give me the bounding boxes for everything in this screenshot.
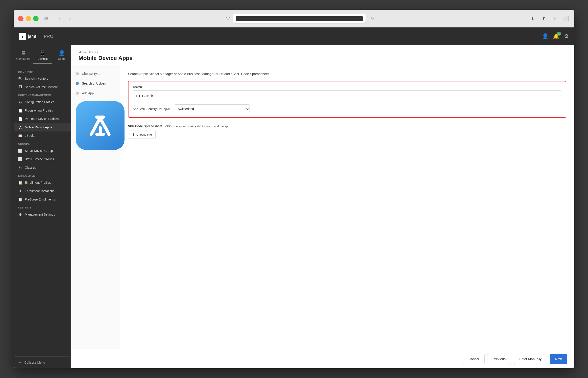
svg-rect-1 [46, 17, 48, 18]
provisioning-profiles-icon: 📄 [18, 108, 23, 113]
sidebar-item-static-groups[interactable]: ⬜ Static Device Groups [14, 155, 71, 163]
inventory-section-label: INVENTORY [14, 68, 71, 74]
traffic-lights [18, 16, 39, 21]
step-dot-3 [76, 92, 79, 95]
config-profiles-label: Configuration Profiles [25, 100, 55, 104]
enrollment-profiles-label: Enrollment Profiles [25, 181, 51, 184]
share-button[interactable]: ⬆ [540, 15, 548, 23]
enrollment-invitations-label: Enrollment Invitations [25, 189, 55, 193]
step-3-label: Add App [82, 91, 94, 95]
sidebar-item-management-settings[interactable]: ⚙ Management Settings [14, 210, 71, 219]
app-store-icon [87, 112, 114, 139]
sidebar-item-config-profiles[interactable]: ⚙ Configuration Profiles [14, 98, 71, 106]
wizard-step-choose-type: Choose Type [76, 72, 115, 75]
jamf-logo-icon: j [19, 33, 26, 40]
maximize-button[interactable] [33, 16, 39, 21]
search-inventory-icon: 🔍 [18, 76, 23, 81]
download-button[interactable]: ⬇ [529, 15, 537, 23]
sidebar-item-classes[interactable]: 🎓 Classes [14, 163, 71, 172]
brand-name: jamf [28, 34, 36, 39]
cancel-button[interactable]: Cancel [463, 354, 485, 364]
sidebar-item-ebooks[interactable]: 📖 eBooks [14, 132, 71, 140]
nav-devices[interactable]: 📱 Devices [33, 47, 52, 64]
computers-label: Computers [16, 57, 30, 60]
wizard-step-add-app: Add App [76, 91, 115, 95]
sidebar-item-mobile-apps[interactable]: A Mobile Device Apps [14, 123, 71, 132]
personal-profiles-label: Personal Device Profiles [25, 117, 59, 121]
back-button[interactable]: ‹ [56, 15, 64, 23]
sidebar-item-personal-profiles[interactable]: 📄 Personal Device Profiles [14, 115, 71, 123]
vpp-hint: VPP code spreadsheet (.xls) to use to ad… [165, 125, 229, 128]
sidebar-item-search-volume[interactable]: 🖼 Search Volume Content [14, 83, 71, 91]
users-icon: 👤 [58, 51, 65, 56]
content-section-label: CONTENT MANAGEMENT [14, 91, 71, 98]
step-2-label: Search or Upload [82, 82, 106, 85]
search-volume-icon: 🖼 [18, 85, 23, 89]
step-dot-1 [76, 72, 79, 75]
country-row: App Store Country Or Region Switzerland … [133, 105, 561, 113]
groups-section-label: GROUPS [14, 140, 71, 147]
sidebar-content: INVENTORY 🔍 Search Inventory 🖼 Search Vo… [14, 64, 71, 356]
static-groups-icon: ⬜ [18, 157, 23, 161]
forward-button[interactable]: › [66, 15, 74, 23]
ebooks-label: eBooks [25, 134, 35, 137]
sidebar-item-smart-groups[interactable]: ⬜ Smart Device Groups [14, 147, 71, 155]
enter-manually-button[interactable]: Enter Manually [514, 354, 547, 364]
address-bar[interactable] [233, 14, 366, 24]
classes-icon: 🎓 [18, 165, 23, 170]
page-header: Mobile Devices Mobile Device Apps [71, 45, 574, 65]
choose-file-label: Choose File [136, 133, 152, 136]
user-button[interactable]: 👤 [542, 33, 549, 39]
search-label: Search [133, 85, 561, 89]
devices-label: Devices [37, 57, 48, 60]
nav-users[interactable]: 👤 Users [52, 47, 71, 64]
app-header: j jamf | PRO 👤 🔔 1 ⚙ [14, 27, 574, 45]
wizard-step-search-upload: Search or Upload [76, 82, 115, 85]
management-settings-icon: ⚙ [18, 212, 23, 217]
product-name: PRO [44, 34, 53, 39]
sidebar-item-provisioning-profiles[interactable]: 📄 Provisioning Profiles [14, 106, 71, 115]
action-bar: Cancel Previous Enter Manually Next [71, 349, 574, 368]
wizard-main: Search Apple School Manager or Apple Bus… [120, 65, 574, 349]
next-button[interactable]: Next [550, 354, 567, 364]
close-button[interactable] [18, 16, 24, 21]
sidebar-item-enrollment-profiles[interactable]: 📋 Enrollment Profiles [14, 178, 71, 187]
country-select[interactable]: Switzerland United States United Kingdom… [174, 105, 249, 113]
step-dot-2 [76, 82, 79, 85]
sidebar-item-prestage[interactable]: 📋 PreStage Enrollments [14, 195, 71, 204]
search-input[interactable] [133, 90, 561, 101]
tabs-button[interactable]: ⬜ [562, 15, 570, 23]
breadcrumb: Mobile Devices [78, 51, 567, 54]
mobile-apps-icon: A [18, 125, 23, 129]
sidebar-footer: ← Collapse Menu [14, 356, 71, 368]
minimize-button[interactable] [26, 16, 31, 21]
sidebar-item-enrollment-invitations[interactable]: ✈ Enrollment Invitations [14, 187, 71, 195]
page-content: Mobile Devices Mobile Device Apps Choose… [71, 45, 574, 368]
previous-button[interactable]: Previous [487, 354, 511, 364]
jamf-logo: j jamf | PRO [19, 33, 53, 40]
search-volume-label: Search Volume Content [25, 85, 57, 89]
nav-computers[interactable]: 🖥 Computers [14, 47, 33, 64]
new-tab-button[interactable]: ＋ [551, 15, 559, 23]
sidebar-toggle-button[interactable] [42, 15, 50, 23]
search-box: Search App Store Country Or Region Switz… [128, 81, 566, 118]
sidebar-item-search-inventory[interactable]: 🔍 Search Inventory [14, 74, 71, 83]
header-actions: 👤 🔔 1 ⚙ [542, 33, 569, 40]
nav-icons: 🖥 Computers 📱 Devices 👤 Users [14, 45, 71, 64]
app-container: j jamf | PRO 👤 🔔 1 ⚙ [14, 27, 574, 368]
collapse-menu-button[interactable]: ← Collapse Menu [18, 360, 45, 365]
prestage-label: PreStage Enrollments [25, 198, 55, 201]
smart-groups-icon: ⬜ [18, 148, 23, 153]
wizard-layout: Choose Type Search or Upload Add App [71, 65, 574, 349]
choose-file-button[interactable]: ⬆ Choose File [128, 131, 156, 139]
management-settings-label: Management Settings [25, 213, 55, 216]
settings-section-label: SETTINGS [14, 204, 71, 210]
settings-button[interactable]: ⚙ [564, 33, 569, 39]
static-groups-label: Static Device Groups [25, 157, 54, 161]
step-1-label: Choose Type [82, 72, 100, 75]
browser-titlebar: ‹ › 🛡 ↻ ⬇ ⬆ ＋ ⬜ [14, 10, 574, 27]
reload-button[interactable]: ↻ [368, 15, 376, 23]
notification-badge: 1 [557, 32, 561, 36]
notifications-button[interactable]: 🔔 1 [553, 33, 560, 40]
sidebar: 🖥 Computers 📱 Devices 👤 Users INVENTORY [14, 45, 71, 368]
